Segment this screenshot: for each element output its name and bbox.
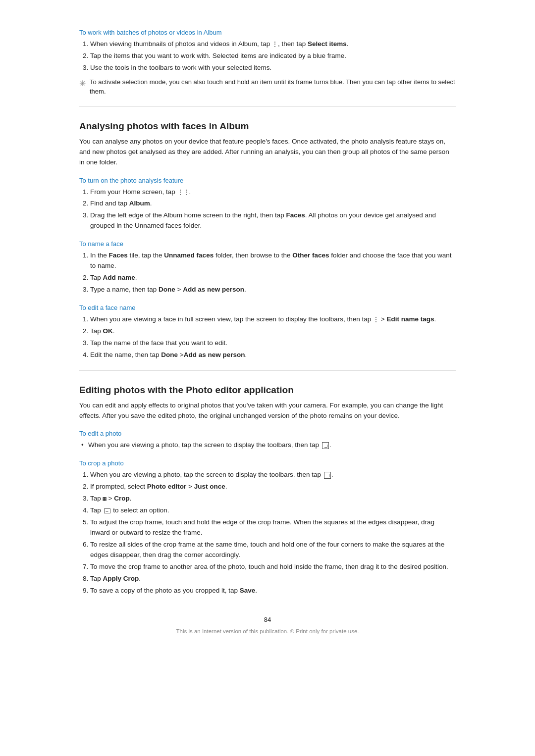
edit-face-subsection: To edit a face name When you are viewing… [79,304,456,360]
edit-photo-bullet-list: When you are viewing a photo, tap the sc… [79,440,456,451]
batch-step-3: Use the tools in the toolbars to work wi… [90,63,456,73]
section-divider-2 [79,370,456,371]
crop-step-8: Tap Apply Crop. [90,574,456,584]
menu-icon-2: ⋮ [373,316,379,323]
crop-step-9: To save a copy of the photo as you cropp… [90,586,456,596]
crop-photo-subsection: To crop a photo When you are viewing a p… [79,459,456,596]
apply-crop-label: Apply Crop [103,575,139,582]
turn-on-step-2: Find and tap Album. [90,199,456,209]
album-label: Album [129,200,150,207]
batch-section: To work with batches of photos or videos… [79,29,456,97]
select-items-label: Select items [308,40,347,48]
done-label-2: Done [161,351,178,358]
faces-label: Faces [286,211,305,219]
edit-face-step-3: Tap the name of the face that you want t… [90,338,456,349]
page-number: 84 [79,616,456,623]
editing-section: Editing photos with the Photo editor app… [79,385,456,596]
crop-photo-steps-list: When you are viewing a photo, tap the sc… [90,470,456,596]
faces-tile-label: Faces [109,252,128,259]
section-divider-1 [79,106,456,107]
edit-face-step-1: When you are viewing a face in full scre… [90,314,456,325]
crop-step-1: When you are viewing a photo, tap the sc… [90,470,456,480]
unnamed-faces-label: Unnamed faces [164,252,214,259]
crop-step-2: If prompted, select Photo editor > Just … [90,482,456,492]
edit-face-step-2: Tap OK. [90,326,456,337]
crop-photo-heading: To crop a photo [79,459,456,467]
edit-icon: ▦ [103,495,107,502]
name-face-step-2: Tap Add name. [90,273,456,283]
name-face-step-3: Type a name, then tap Done > Add as new … [90,285,456,295]
batch-step-1: When viewing thumbnails of photos and vi… [90,39,456,50]
footer-text: This is an Internet version of this publ… [79,628,456,634]
edit-name-tags-label: Edit name tags [386,315,434,323]
menu-icon: ⋮ [272,41,278,48]
add-new-person-label-1: Add as new person [183,286,244,293]
photo-editor-label: Photo editor [147,483,187,490]
crop-step-4: Tap – to select an option. [90,505,456,516]
edit-face-heading: To edit a face name [79,304,456,311]
batch-steps-list: When viewing thumbnails of photos and vi… [90,39,456,73]
page-content: To work with batches of photos or videos… [79,20,456,634]
analysing-section: Analysing photos with faces in Album You… [79,121,456,360]
apps-icon: ⋮⋮ [177,189,189,196]
name-face-step-1: In the Faces tile, tap the Unnamed faces… [90,251,456,271]
editing-main-heading: Editing photos with the Photo editor app… [79,385,456,396]
edit-photo-subsection: To edit a photo When you are viewing a p… [79,430,456,451]
name-face-subsection: To name a face In the Faces tile, tap th… [79,240,456,295]
turn-on-step-1: From your Home screen, tap ⋮⋮. [90,187,456,198]
crop-step-3: Tap ▦ > Crop. [90,494,456,504]
turn-on-step-3: Drag the left edge of the Album home scr… [90,210,456,231]
edit-face-step-4: Edit the name, then tap Done >Add as new… [90,350,456,360]
batch-step-2: Tap the items that you want to work with… [90,51,456,61]
crop-label: Crop [114,495,130,502]
add-name-label: Add name [103,274,135,281]
tip-text: To activate selection mode, you can also… [90,77,456,97]
analysing-main-heading: Analysing photos with faces in Album [79,121,456,132]
batch-heading: To work with batches of photos or videos… [79,29,456,36]
tip-block: ✳ To activate selection mode, you can al… [79,77,456,97]
edit-photo-bullet-1: When you are viewing a photo, tap the sc… [79,440,456,451]
crop-step-7: To move the crop frame to another area o… [90,562,456,572]
name-face-heading: To name a face [79,240,456,248]
ok-label: OK [103,327,113,335]
just-once-label: Just once [194,483,225,490]
analysing-body: You can analyse any photos on your devic… [79,137,456,168]
editing-body: You can edit and apply effects to origin… [79,401,456,421]
name-face-steps-list: In the Faces tile, tap the Unnamed faces… [90,251,456,295]
other-faces-label: Other faces [292,252,329,259]
turn-on-steps-list: From your Home screen, tap ⋮⋮. Find and … [90,187,456,232]
edit-face-steps-list: When you are viewing a face in full scre… [90,314,456,360]
crop-step-5: To adjust the crop frame, touch and hold… [90,517,456,538]
crop-step-6: To resize all sides of the crop frame at… [90,540,456,560]
tip-icon: ✳ [79,78,86,90]
turn-on-analysis-subsection: To turn on the photo analysis feature Fr… [79,177,456,232]
edit-photo-heading: To edit a photo [79,430,456,437]
add-new-person-label-2: Add as new person [184,351,245,358]
turn-on-analysis-heading: To turn on the photo analysis feature [79,177,456,184]
done-label-1: Done [159,286,175,293]
save-label: Save [240,587,256,594]
